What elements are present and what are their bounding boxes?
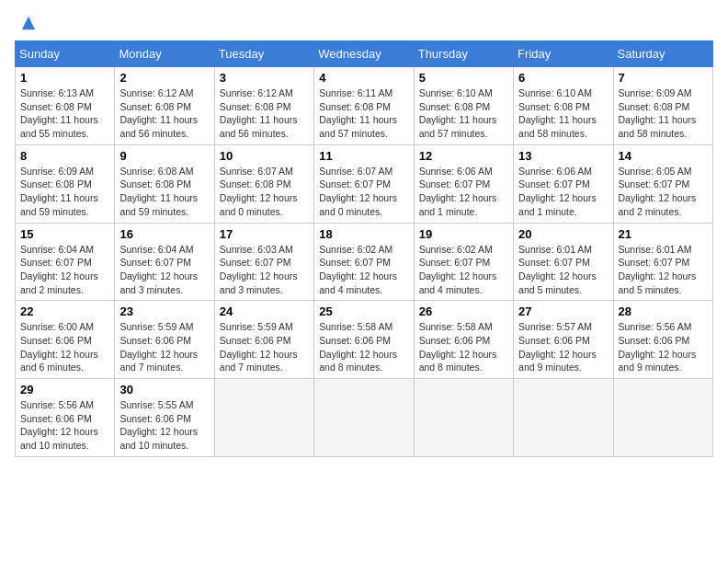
calendar-cell: [613, 379, 712, 457]
calendar-cell: 3 Sunrise: 6:12 AMSunset: 6:08 PMDayligh…: [214, 67, 313, 145]
calendar-cell: [414, 379, 513, 457]
day-info: Sunrise: 5:59 AMSunset: 6:06 PMDaylight:…: [220, 320, 309, 374]
day-number: 6: [518, 71, 608, 85]
day-number: 18: [319, 227, 408, 241]
calendar-cell: 14 Sunrise: 6:05 AMSunset: 6:07 PMDaylig…: [613, 144, 712, 223]
calendar-week-row: 22 Sunrise: 6:00 AMSunset: 6:06 PMDaylig…: [16, 301, 713, 379]
day-number: 8: [20, 149, 109, 163]
calendar-cell: 26 Sunrise: 5:58 AMSunset: 6:06 PMDaylig…: [414, 301, 513, 379]
calendar-cell: 7 Sunrise: 6:09 AMSunset: 6:08 PMDayligh…: [613, 67, 712, 145]
day-number: 22: [20, 304, 109, 318]
calendar-cell: 16 Sunrise: 6:04 AMSunset: 6:07 PMDaylig…: [115, 223, 214, 301]
day-number: 28: [619, 304, 708, 318]
col-saturday: Saturday: [613, 41, 712, 67]
day-number: 11: [319, 149, 408, 163]
day-number: 26: [419, 304, 508, 318]
calendar-cell: 2 Sunrise: 6:12 AMSunset: 6:08 PMDayligh…: [115, 67, 214, 145]
day-number: 17: [220, 227, 309, 241]
day-info: Sunrise: 6:09 AMSunset: 6:08 PMDaylight:…: [20, 165, 109, 219]
svg-marker-0: [22, 17, 35, 29]
col-monday: Monday: [115, 41, 214, 67]
calendar-cell: 1 Sunrise: 6:13 AMSunset: 6:08 PMDayligh…: [16, 67, 115, 145]
day-number: 15: [20, 227, 109, 241]
day-info: Sunrise: 5:57 AMSunset: 6:06 PMDaylight:…: [518, 320, 608, 374]
day-info: Sunrise: 5:55 AMSunset: 6:06 PMDaylight:…: [119, 398, 209, 453]
day-number: 1: [20, 71, 109, 85]
day-number: 5: [419, 71, 508, 85]
calendar-cell: 9 Sunrise: 6:08 AMSunset: 6:08 PMDayligh…: [115, 144, 214, 223]
day-number: 24: [220, 304, 309, 318]
calendar-table: Sunday Monday Tuesday Wednesday Thursday…: [15, 40, 713, 457]
calendar-cell: 28 Sunrise: 5:56 AMSunset: 6:06 PMDaylig…: [613, 301, 712, 379]
calendar-cell: 22 Sunrise: 6:00 AMSunset: 6:06 PMDaylig…: [16, 301, 115, 379]
calendar-cell: 15 Sunrise: 6:04 AMSunset: 6:07 PMDaylig…: [16, 223, 115, 301]
day-number: 14: [619, 149, 708, 163]
day-number: 4: [319, 71, 408, 85]
calendar-cell: 18 Sunrise: 6:02 AMSunset: 6:07 PMDaylig…: [314, 223, 414, 301]
calendar-cell: 24 Sunrise: 5:59 AMSunset: 6:06 PMDaylig…: [214, 301, 313, 379]
day-info: Sunrise: 6:07 AMSunset: 6:08 PMDaylight:…: [220, 165, 309, 219]
calendar-week-row: 15 Sunrise: 6:04 AMSunset: 6:07 PMDaylig…: [16, 223, 713, 301]
calendar-cell: 4 Sunrise: 6:11 AMSunset: 6:08 PMDayligh…: [314, 67, 414, 145]
calendar-week-row: 29 Sunrise: 5:56 AMSunset: 6:06 PMDaylig…: [16, 379, 713, 457]
day-info: Sunrise: 6:12 AMSunset: 6:08 PMDaylight:…: [220, 86, 309, 141]
day-info: Sunrise: 6:07 AMSunset: 6:07 PMDaylight:…: [319, 165, 408, 219]
day-info: Sunrise: 5:59 AMSunset: 6:06 PMDaylight:…: [119, 320, 209, 374]
day-number: 20: [518, 227, 608, 241]
calendar-cell: 5 Sunrise: 6:10 AMSunset: 6:08 PMDayligh…: [414, 67, 513, 145]
day-info: Sunrise: 5:56 AMSunset: 6:06 PMDaylight:…: [619, 320, 708, 374]
day-number: 7: [619, 71, 708, 85]
day-number: 29: [20, 383, 109, 396]
calendar-cell: [314, 379, 414, 457]
day-info: Sunrise: 5:56 AMSunset: 6:06 PMDaylight:…: [20, 398, 109, 453]
day-info: Sunrise: 6:10 AMSunset: 6:08 PMDaylight:…: [518, 86, 608, 141]
calendar-cell: 20 Sunrise: 6:01 AMSunset: 6:07 PMDaylig…: [514, 223, 613, 301]
day-number: 27: [518, 304, 608, 318]
calendar-cell: 17 Sunrise: 6:03 AMSunset: 6:07 PMDaylig…: [214, 223, 313, 301]
day-info: Sunrise: 6:06 AMSunset: 6:07 PMDaylight:…: [419, 165, 508, 219]
calendar-cell: [514, 379, 613, 457]
calendar-cell: 30 Sunrise: 5:55 AMSunset: 6:06 PMDaylig…: [115, 379, 214, 457]
calendar-week-row: 8 Sunrise: 6:09 AMSunset: 6:08 PMDayligh…: [16, 144, 713, 223]
day-info: Sunrise: 6:13 AMSunset: 6:08 PMDaylight:…: [20, 86, 109, 141]
calendar-cell: 13 Sunrise: 6:06 AMSunset: 6:07 PMDaylig…: [514, 144, 613, 223]
day-number: 23: [119, 304, 209, 318]
day-info: Sunrise: 6:09 AMSunset: 6:08 PMDaylight:…: [619, 86, 708, 141]
calendar-cell: 12 Sunrise: 6:06 AMSunset: 6:07 PMDaylig…: [414, 144, 513, 223]
day-number: 16: [119, 227, 209, 241]
day-number: 19: [419, 227, 508, 241]
col-sunday: Sunday: [16, 41, 115, 67]
day-number: 13: [518, 149, 608, 163]
day-number: 12: [419, 149, 508, 163]
calendar-cell: 25 Sunrise: 5:58 AMSunset: 6:06 PMDaylig…: [314, 301, 414, 379]
day-number: 9: [119, 149, 209, 163]
day-info: Sunrise: 6:04 AMSunset: 6:07 PMDaylight:…: [119, 243, 209, 297]
day-info: Sunrise: 6:10 AMSunset: 6:08 PMDaylight:…: [419, 86, 508, 141]
calendar-cell: 11 Sunrise: 6:07 AMSunset: 6:07 PMDaylig…: [314, 144, 414, 223]
col-thursday: Thursday: [414, 41, 513, 67]
calendar-header-row: Sunday Monday Tuesday Wednesday Thursday…: [16, 41, 713, 67]
day-info: Sunrise: 6:01 AMSunset: 6:07 PMDaylight:…: [518, 243, 608, 297]
calendar-cell: 10 Sunrise: 6:07 AMSunset: 6:08 PMDaylig…: [214, 144, 313, 223]
day-number: 2: [119, 71, 209, 85]
calendar-cell: 19 Sunrise: 6:02 AMSunset: 6:07 PMDaylig…: [414, 223, 513, 301]
day-number: 30: [119, 383, 209, 396]
calendar-week-row: 1 Sunrise: 6:13 AMSunset: 6:08 PMDayligh…: [16, 67, 713, 145]
day-info: Sunrise: 6:00 AMSunset: 6:06 PMDaylight:…: [20, 320, 109, 374]
day-info: Sunrise: 6:11 AMSunset: 6:08 PMDaylight:…: [319, 86, 408, 141]
calendar-cell: [214, 379, 313, 457]
day-info: Sunrise: 6:01 AMSunset: 6:07 PMDaylight:…: [619, 243, 708, 297]
calendar-cell: 27 Sunrise: 5:57 AMSunset: 6:06 PMDaylig…: [514, 301, 613, 379]
day-number: 25: [319, 304, 408, 318]
calendar-cell: 29 Sunrise: 5:56 AMSunset: 6:06 PMDaylig…: [16, 379, 115, 457]
logo-icon: [20, 15, 37, 31]
day-info: Sunrise: 6:12 AMSunset: 6:08 PMDaylight:…: [119, 86, 209, 141]
day-number: 21: [619, 227, 708, 241]
day-info: Sunrise: 6:06 AMSunset: 6:07 PMDaylight:…: [518, 165, 608, 219]
logo: [15, 15, 37, 31]
day-info: Sunrise: 6:03 AMSunset: 6:07 PMDaylight:…: [220, 243, 309, 297]
day-info: Sunrise: 6:02 AMSunset: 6:07 PMDaylight:…: [419, 243, 508, 297]
day-info: Sunrise: 6:05 AMSunset: 6:07 PMDaylight:…: [619, 165, 708, 219]
day-number: 3: [220, 71, 309, 85]
logo-text: [15, 15, 37, 31]
